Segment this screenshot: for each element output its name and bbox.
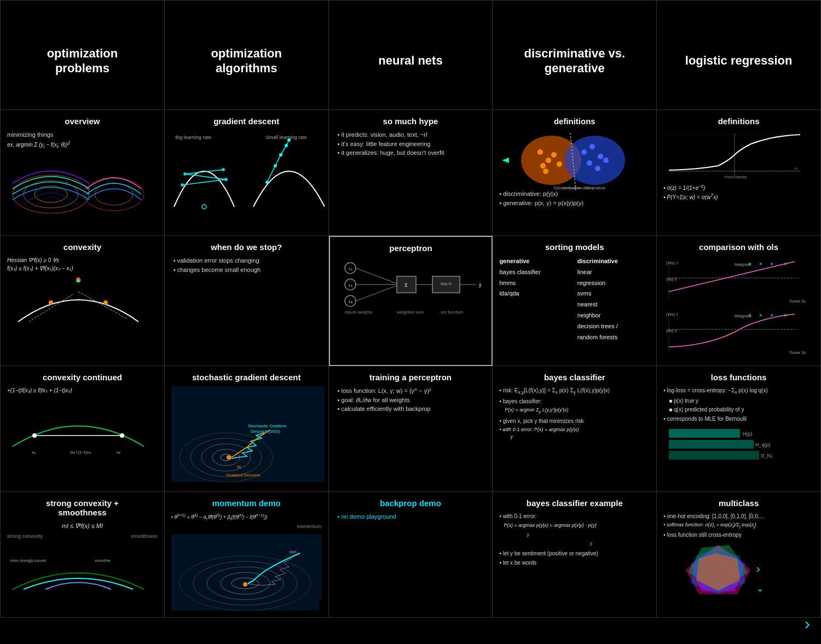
hype-bullet2: it's easy: little feature engineering [338,140,486,149]
cell-definitions-lr: definitions ∞ From obesity • σ(z) = 1/(1… [657,110,821,236]
svg-point-26 [540,163,546,169]
d-item3: svms [577,288,650,299]
tx-label: tx₁+(1−t)x₂ [70,450,91,455]
loss-bullet1: • log-loss = cross-entropy: −Σx p(x) log… [663,386,814,396]
d-item6: decision trees / [577,321,650,332]
ols-viz2: (Yes) 1 (No) 0 Tumor Size × × × × Malign… [663,308,814,357]
backprop-link[interactable]: nn demo playground [338,512,486,521]
svg-line-53 [356,285,400,301]
svg-point-31 [589,144,595,149]
surface-plot-svg [7,153,149,213]
when-stop-bullet2: changes become small enough [174,265,322,275]
svg-rect-68 [171,386,325,482]
discriminative-header: discriminative [577,256,650,267]
overview-bullet1: minimizing things [7,130,158,140]
ols-viz: (Yes) 1 (No) 0 Tumor Size × × × × Malign… [663,256,814,305]
act-label: step fn [441,282,452,286]
hp-label: H(p) [743,431,753,437]
next-nav-arrow[interactable]: › [805,614,810,618]
svg-line-19 [275,155,281,166]
svg-point-47 [77,277,80,281]
sorting-cols: generative bayes classifier hmms lda/qda… [499,256,650,343]
d-item2: regression [577,278,650,289]
svg-point-29 [543,169,548,174]
overview-title: overview [7,117,158,126]
cell-training-perceptron: training a perceptron loss function: L(x… [329,366,493,492]
d-item4: nearest [577,299,650,310]
convexity-formula2: f(x₂) ≥ f(x₁) + ∇f(x₁)(x₂ − x₁) [7,264,158,272]
svg-point-34 [595,166,600,171]
def-lr-formula1: • σ(z) = 1/(1+e−z) [663,183,814,192]
svg-point-23 [565,136,625,185]
arrow-right[interactable]: › [756,562,760,575]
svg-point-27 [551,152,557,158]
convexity-cont-content: +(1−t)f(x₂) ≥ f(tx₁ + (1−t)x₂) [7,386,158,394]
svg-point-24 [537,149,543,155]
sc-more-label: more strongly convex [10,559,47,563]
neural-nets-title: neural nets [378,37,442,68]
mom-start-label: start [289,550,297,554]
train-perc-content: loss function: L(x, y; w) = (y^ − y)² go… [336,386,486,414]
cell-opt-problems-header: optimization problems [1,1,165,110]
db-label: decision boundary [562,186,593,190]
main-grid: optimization problems optimization algor… [0,0,821,618]
cell-bayes-classifier: bayes classifier • risk: Ex,y[L(f(x),y)]… [493,366,657,492]
sc-formula: mI ≤ ∇²f(x) ≤ MI [7,521,158,531]
input-label1: x₁ [349,266,352,271]
input-label2: x₂ [349,283,352,288]
sigmoid-0-label: From obesity [725,175,747,179]
bayes-risk: • risk: Ex,y[L(f(x),y)] = Σx p(x) Σy L(f… [499,386,650,396]
bayes-y: y [499,433,650,441]
big-lr-label: Big learning rate [175,135,211,140]
arrow-down[interactable]: ⌄ [756,584,764,593]
ts2-label: Tumor Size [789,351,806,355]
momentum-svg: start [171,534,319,611]
cell-backprop-demo: backprop demo nn demo playground [329,492,493,618]
sgd-viz: Stochastic Gradient Descent (SGD) W Grad… [171,386,322,457]
def-lr-formula2: • P(Y=1|x; w) = σ(wTx) [663,192,814,201]
svg-point-45 [103,300,108,305]
convexity-svg [7,272,149,327]
multiclass-svg: › ⌄ [663,542,773,597]
momentum-formula: • θ(t+1) = θ(t) − αt∇f(θ(t)) + βt(f(θ(t)… [171,512,322,522]
convexity-viz [7,272,158,327]
bayes-ex-content: • with 0-1 error: f*(x) = argmax p(y|x) … [499,512,650,567]
hype-content: it predicts: vision, audio, text, ~rl it… [336,130,486,158]
svg-point-10 [224,178,228,181]
sigmoid-svg: ∞ From obesity [663,130,806,179]
overview-formula: ex. argmin Σ (yi − f(xi; θ))2 [7,140,158,150]
bayes-formula1: f*(x) = argmin Σy L(y,y')p(y'|x) [499,407,650,415]
momentum-viz: start [171,534,322,600]
hype-bullets: it predicts: vision, audio, text, ~rl it… [336,130,486,158]
weighted-lbl: weighted sum [396,310,424,315]
bayes-formula2: • with 0-1 error: f*(x) = argmax p(y|x) [499,426,650,434]
svg-line-7 [185,170,223,174]
svg-point-11 [183,172,187,176]
malignant1: Malignant [735,263,751,267]
gd-viz: Big learning rate Small learning rate [171,130,322,220]
hqp-label: H_q(p) [755,442,771,448]
cell-loss-functions: loss functions • log-loss = cross-entrop… [657,366,821,492]
mc-bullet2: • softmax function: σ(z)i = exp(zi)/Σj e… [663,521,814,530]
cell-perceptron: perceptron x₁ x₂ x₃ Σ [329,236,493,366]
svg-line-43 [78,292,128,319]
cell-strong-convexity: strong convexity +smoothness mI ≤ ∇²f(x)… [1,492,165,618]
svg-rect-77 [669,451,759,460]
cell-convexity-continued: convexity continued +(1−t)f(x₂) ≥ f(tx₁ … [1,366,165,492]
def-disc-title: definitions [499,117,650,126]
when-stop-content: validation error stops changing changes … [171,256,322,274]
train-perc-bullets: loss function: L(x, y; w) = (y^ − y)² go… [336,386,486,414]
ols-svg1: (Yes) 1 (No) 0 Tumor Size × × × × Malign… [663,256,806,305]
momentum-label: momentum [171,523,322,531]
svg-point-66 [32,433,37,438]
convexity-content: Hessian ∇²f(x) ≥ 0 ∀x f(x₂) ≥ f(x₁) + ∇f… [7,256,158,272]
opt-problems-title: optimization problems [47,30,118,76]
opt-algorithms-title: optimization algorithms [211,30,282,76]
sc-labels: strong convexity smoothness [7,533,158,541]
hype-bullet3: it generalizes: huge, but doesn't overfi… [338,148,486,158]
x2: × [759,261,762,267]
g-item2: hmms [499,278,571,289]
overview-viz [7,153,158,216]
bayes-label: • bayes classifier: [499,397,650,405]
svg-point-30 [581,149,587,155]
